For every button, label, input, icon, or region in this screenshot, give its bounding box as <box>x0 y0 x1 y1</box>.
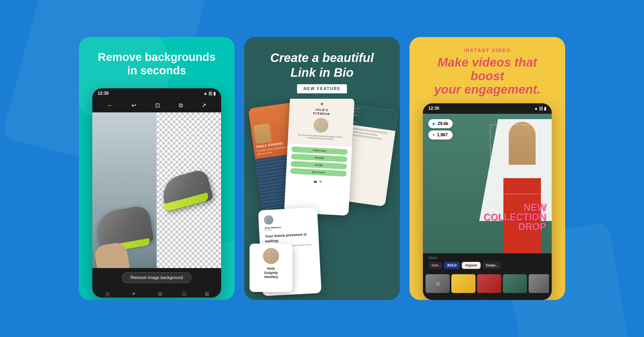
adjust-icon: ⊞ <box>158 291 162 297</box>
likes-count: 1.967 <box>437 133 448 137</box>
holly-avatar <box>263 248 279 264</box>
shoe-background-image <box>92 112 157 268</box>
export-icon[interactable]: ↗ <box>202 102 206 109</box>
video-styles-toolbar: Styles Italic BOLD Organic Corpo... <box>423 253 552 272</box>
film-thumb-4[interactable] <box>503 274 527 293</box>
instagram-icon: 📷 <box>314 180 317 183</box>
bio-s2-person-avatar <box>313 118 329 133</box>
canvas-original <box>92 112 157 268</box>
twitter-icon: 🐦 <box>319 180 323 184</box>
video-nav-slogan[interactable]: ↺ Slogan <box>442 299 452 300</box>
canvas-divider <box>157 112 157 268</box>
bio-s1-person-img <box>253 123 272 144</box>
stack-icon[interactable]: ⧉ <box>179 102 183 109</box>
style-bold[interactable]: BOLD <box>444 262 460 269</box>
bio-s2-header: ✳ JULIE'S EYEWEAR We are driven by desig… <box>288 99 354 147</box>
bio-btn-the-blog[interactable]: The Blog <box>291 154 347 162</box>
music-icon: ♪ <box>524 299 526 300</box>
bio-s4-main-title: Your future presence is waiting. <box>265 231 313 244</box>
nav-adjust[interactable]: ⊞ Adjust <box>156 291 164 298</box>
play-btn-icon: ▶ <box>480 299 490 300</box>
bio-btn-online-store[interactable]: Online Store <box>291 146 348 155</box>
undo-icon[interactable]: ↩ <box>131 102 136 109</box>
bio-s2-buttons: Online Store The Blog On Sale Get in Tou… <box>286 144 352 180</box>
link-bio-screens-area: SHELF APPAREL A motion comes stagnation,… <box>244 99 400 300</box>
phone3-status-bar: 12:30 ▲ ||| ▮ <box>423 103 552 114</box>
bio-s2-desc: We are driven by design expressed throug… <box>293 133 347 141</box>
styles-label: Styles <box>428 256 546 260</box>
phone1-time: 12:30 <box>98 91 109 96</box>
refresh-icon: ↺ <box>445 299 449 300</box>
card2-title: Create a beautifulLink in Bio <box>270 50 374 80</box>
film-thumb-1[interactable]: ⊞ <box>426 274 450 293</box>
card3-title: Make videos that boostyour engagement. <box>420 56 554 96</box>
style-organic[interactable]: Organic <box>462 262 480 269</box>
new-feature-badge: NEW FEATURE <box>297 84 347 93</box>
nav-crop[interactable]: ⊡ Crop <box>181 291 188 298</box>
film-thumb-3[interactable] <box>477 274 501 293</box>
film-thumb-5[interactable] <box>529 274 549 293</box>
phone-mockup-3: 12:30 ▲ ||| ▮ <box>423 103 552 300</box>
video-filmstrip: ⊞ <box>423 272 552 296</box>
filmstrip-row: ⊞ <box>426 274 549 293</box>
filters-icon: ◎ <box>105 291 110 297</box>
canvas-transparent <box>157 112 221 268</box>
back-icon[interactable]: ← <box>107 102 113 109</box>
video-selection-box <box>490 124 544 194</box>
layers-icon[interactable]: ⊡ <box>155 102 160 109</box>
holly-name: HollyGolightlyJewellery <box>254 267 288 279</box>
style-corpo[interactable]: Corpo... <box>483 262 501 269</box>
play-icon: ▶ <box>433 122 436 126</box>
new-collection-drop-text: NEWCOLLECTIONDROP <box>484 203 546 232</box>
phone1-toolbar: ← ↩ ⊡ ⧉ ↗ <box>92 99 221 112</box>
card-instant-video: INSTANT VIDEO Make videos that boostyour… <box>409 37 565 300</box>
bio-screen-holly-golightly: HollyGolightlyJewellery <box>250 244 292 292</box>
signal-icon: ||| <box>209 91 212 96</box>
shoe-cutout <box>162 153 216 228</box>
wifi-icon-3: ▲ <box>534 106 538 111</box>
video-nav-play[interactable]: ▶ <box>480 299 490 300</box>
video-content-area: ▶ 29.6k ♥ 1.967 NEWCOLLECTIONDROP <box>423 114 552 253</box>
nav-size[interactable]: ⊠ Size <box>204 291 210 298</box>
style-italic[interactable]: Italic <box>428 262 442 269</box>
phone1-status-bar: 12:30 ▲ ||| ▮ <box>92 88 221 99</box>
remove-bg-label[interactable]: Remove image background <box>122 272 191 283</box>
video-nav-music[interactable]: ♪ Summer... <box>519 299 532 300</box>
phone-mockup-1: 12:30 ▲ ||| ▮ ← ↩ ⊡ ⧉ ↗ <box>92 88 221 298</box>
instant-video-label: INSTANT VIDEO <box>420 48 554 53</box>
bio-screen-julies-eyewear: ✳ JULIE'S EYEWEAR We are driven by desig… <box>284 99 355 216</box>
phone1-bottom-nav: ◎ Filters ✦ Remove ⊞ Adjust ⊡ Crop ⊠ S <box>92 287 221 298</box>
views-count: 29.6k <box>438 121 448 126</box>
video-stats-overlay: ▶ 29.6k ♥ 1.967 <box>428 119 453 140</box>
bio-btn-get-in-touch[interactable]: Get in Touch <box>290 168 347 177</box>
card3-header: INSTANT VIDEO Make videos that boostyour… <box>409 37 565 99</box>
card2-header: Create a beautifulLink in Bio NEW FEATUR… <box>259 37 385 99</box>
video-overlay-text: NEWCOLLECTIONDROP <box>484 203 546 232</box>
nav-remove[interactable]: ✦ Remove <box>128 291 139 298</box>
wifi-icon: ▲ <box>203 91 208 96</box>
film-thumb-1-icon: ⊞ <box>436 281 440 287</box>
battery-icon-3: ▮ <box>544 106 546 111</box>
views-stat: ▶ 29.6k <box>428 119 453 128</box>
phone3-status-icons: ▲ ||| ▮ <box>534 106 546 111</box>
card-remove-background: Remove backgroundsin seconds 12:30 ▲ |||… <box>79 37 235 300</box>
likes-stat: ♥ 1.967 <box>428 130 453 140</box>
cards-container: Remove backgroundsin seconds 12:30 ▲ |||… <box>79 37 565 300</box>
film-thumb-2[interactable] <box>451 274 475 293</box>
phone3-time: 12:30 <box>428 106 439 111</box>
bio-s2-logo: JULIE'S EYEWEAR <box>295 107 349 117</box>
battery-icon: ▮ <box>213 91 216 96</box>
nav-filters[interactable]: ◎ Filters <box>103 291 111 298</box>
size-icon: ⊠ <box>205 291 209 297</box>
phone1-canvas <box>92 112 221 268</box>
style-options-row: Italic BOLD Organic Corpo... <box>428 262 546 269</box>
phone1-status-icons: ▲ ||| ▮ <box>203 91 216 96</box>
signal-icon-3: ||| <box>539 106 543 111</box>
remove-bg-bar: Remove image background <box>92 268 221 287</box>
card-link-in-bio: Create a beautifulLink in Bio NEW FEATUR… <box>244 37 400 300</box>
crop-icon: ⊡ <box>182 291 186 297</box>
bio-btn-on-sale[interactable]: On Sale <box>291 161 347 170</box>
bio-s4-avatar <box>264 215 274 225</box>
video-bottom-nav: ↺ Slogan ▶ ♪ Summer... <box>423 296 552 300</box>
remove-icon: ✦ <box>131 291 136 297</box>
